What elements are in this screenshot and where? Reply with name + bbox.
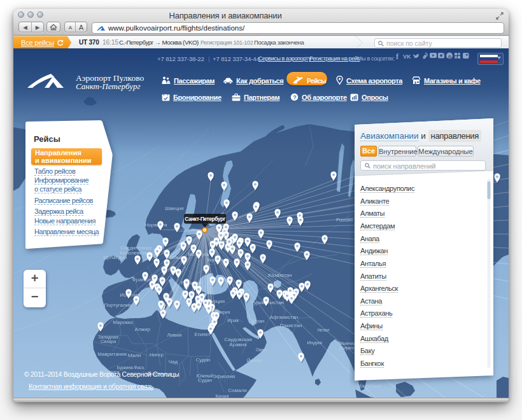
svg-text:Санкт-Петербург: Санкт-Петербург	[185, 216, 226, 222]
svg-text:Швеция: Швеция	[165, 206, 183, 211]
svg-text:Аравия: Аравия	[229, 342, 246, 347]
svg-text:f: f	[396, 52, 399, 61]
svg-text:?: ?	[293, 94, 297, 101]
svg-text:Буркина-Фасо: Буркина-Фасо	[117, 365, 145, 370]
svg-text:Сахара: Сахара	[101, 339, 116, 344]
svg-text:Чад: Чад	[169, 359, 178, 365]
svg-text:Нигер: Нигер	[150, 352, 164, 358]
svg-text:p: p	[448, 53, 451, 59]
svg-text:Алжир: Алжир	[135, 326, 151, 332]
svg-text:Иран: Иран	[252, 318, 264, 324]
svg-text:Кения: Кения	[216, 393, 229, 398]
svg-text:Мавритания: Мавритания	[97, 351, 127, 357]
svg-text:VK: VK	[403, 53, 411, 60]
svg-text:Сомали: Сомали	[228, 388, 246, 393]
svg-text:Ливия: Ливия	[167, 332, 182, 338]
svg-text:Франция: Франция	[132, 277, 153, 283]
svg-text:Мали: Мали	[128, 353, 141, 358]
svg-text:Оман: Оман	[256, 347, 267, 352]
svg-text:Пакистан: Пакистан	[280, 323, 302, 328]
svg-text:Судан: Судан	[198, 377, 212, 383]
svg-text:Египет: Египет	[195, 332, 211, 337]
svg-text:Марокко: Марокко	[113, 319, 133, 325]
svg-text:Эфиопия: Эфиопия	[213, 374, 235, 379]
svg-text:Судан: Судан	[195, 357, 210, 363]
svg-text:Ирак: Ирак	[227, 318, 239, 323]
svg-text:Йемен: Йемен	[247, 358, 263, 363]
